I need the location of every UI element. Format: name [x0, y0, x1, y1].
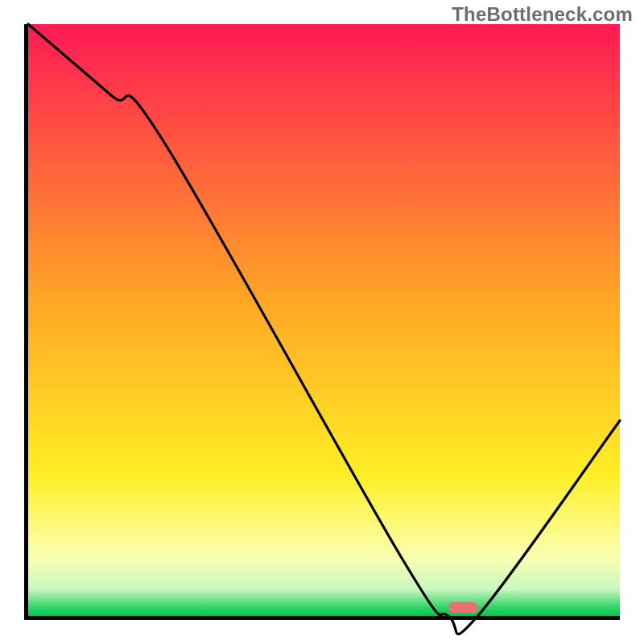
chart-plot-area: [24, 24, 620, 620]
chart-optimal-marker: [448, 602, 478, 613]
chart-svg: [28, 24, 620, 616]
chart-marker-layer: [448, 602, 478, 613]
chart-background-gradient: [28, 24, 620, 616]
watermark-text: TheBottleneck.com: [452, 3, 633, 26]
